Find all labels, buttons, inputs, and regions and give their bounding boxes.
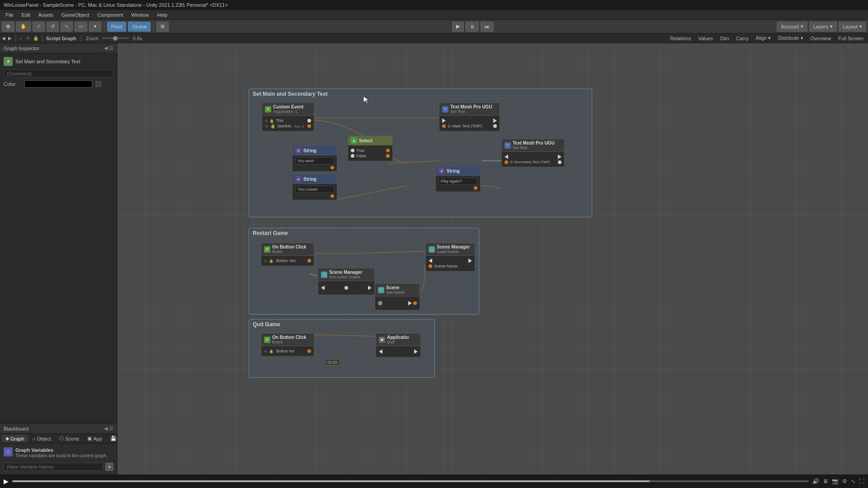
node-scene-active[interactable]: ⬡ Scene Manager Get Active Scene (318, 268, 375, 295)
port-false: False (351, 154, 390, 158)
global-button[interactable]: Global (128, 22, 151, 32)
layers-button[interactable]: Layers ▾ (809, 22, 837, 32)
nav-fwd[interactable]: ▶ (8, 36, 12, 41)
relations-btn[interactable]: Relations (667, 35, 693, 42)
monitor-icon[interactable]: 🖥 (823, 478, 828, 484)
node-textmesh-1[interactable]: T Text Mesh Pro UGU Set Text ⊙ Main Text… (439, 103, 500, 131)
menu-gameobject[interactable]: GameObject (58, 11, 93, 19)
tab-graph[interactable]: ◈ Graph (2, 435, 28, 442)
tool-move[interactable]: ⤢ (33, 22, 45, 32)
new-variable-input[interactable] (4, 463, 104, 471)
comment-field[interactable] (4, 70, 113, 78)
node-btn-click-no[interactable]: ⚡ On Button Click Event ⊙ 🔒 Button No (261, 333, 314, 357)
account-button[interactable]: Account ▾ (777, 22, 807, 32)
graph-canvas[interactable]: Set Main and Secondary Text ⚡ Custom Eve… (118, 43, 868, 474)
play-button[interactable]: ▶ (452, 22, 464, 32)
screenshot-icon[interactable]: 📷 (832, 478, 839, 484)
tool-multi[interactable]: ✦ (89, 22, 101, 32)
zoom-label: Zoom (86, 36, 99, 41)
align-btn[interactable]: Align ▾ (753, 34, 774, 42)
video-play-button[interactable]: ▶ (4, 478, 9, 485)
youwon-header: ● String (292, 146, 337, 155)
tool-rect[interactable]: ▭ (75, 22, 87, 32)
port-startme-out (307, 124, 311, 128)
tab-object-label: Object (37, 436, 51, 441)
refresh-icon[interactable]: ↺ (26, 36, 29, 41)
resize-icon[interactable]: ⤡ (851, 478, 855, 484)
node-app-quit[interactable]: ▣ Applicatio Quit (376, 333, 421, 357)
node-btn-click-yes[interactable]: ⚡ On Button Click Event ⊙ 🔒 Button Yes (261, 243, 314, 266)
graph-inspector-title: Graph Inspector (4, 46, 39, 51)
home-icon[interactable]: ⌂ (19, 36, 22, 41)
menu-assets[interactable]: Assets (35, 11, 57, 19)
sep1 (104, 22, 104, 31)
zoom-slider[interactable] (102, 38, 129, 39)
settings-icon[interactable]: ⚙ (842, 478, 847, 484)
node-custom-event[interactable]: ⚡ Custom Event Arguments: 1 ⊙ 🔒 This (262, 103, 314, 131)
inspector-collapse-btn[interactable]: ◀ (104, 45, 108, 51)
menu-file[interactable]: File (2, 11, 17, 19)
distribute-btn[interactable]: Distribute ▾ (775, 34, 806, 42)
node-scene-getname[interactable]: ⬡ Scene Get Name (375, 283, 420, 310)
scene-load-body: Scene Name (426, 256, 475, 271)
script-graph-bar: ◀ ▶ ⌂ ↺ 🔒 Script Graph Zoom 0.8x Relatio… (0, 33, 868, 43)
pause-button[interactable]: ⏸ (466, 22, 479, 32)
nav-back[interactable]: ◀ (2, 36, 5, 41)
blackboard-menu-btn[interactable]: ☰ (109, 426, 113, 432)
color-swatch[interactable] (24, 80, 92, 88)
custom-event-title: Custom Event (273, 104, 303, 109)
tab-app-label: App (93, 436, 102, 441)
step-button[interactable]: ⏭ (481, 22, 494, 32)
node-string-youwon[interactable]: ● String You won! (292, 145, 337, 172)
tool-hand[interactable]: ✋ (16, 22, 31, 32)
node-custom-event-header: ⚡ Custom Event Arguments: 1 (262, 103, 314, 116)
add-variable-button[interactable]: + (105, 463, 113, 471)
node-string-youloose[interactable]: ● String You Loose! (292, 174, 337, 200)
tool-rotate[interactable]: ↺ (47, 22, 59, 32)
tab-saved-icon: 💾 (110, 436, 117, 441)
node-select[interactable]: ◈ Select True False (348, 136, 393, 161)
textmesh2-body: ⊙ Secondary Text (TMP) (502, 152, 564, 167)
lock-icon[interactable]: 🔒 (33, 36, 38, 41)
overview-btn[interactable]: Overview (808, 35, 834, 42)
tool-qwert[interactable]: ✥ (2, 22, 14, 32)
expand-icon[interactable]: ⛶ (859, 478, 864, 484)
tab-scene[interactable]: ⬡ Scene (56, 435, 83, 442)
pivot-button[interactable]: Pivot (107, 22, 126, 32)
inspector-menu-btn[interactable]: ☰ (109, 45, 113, 51)
volume-icon[interactable]: 🔊 (812, 478, 819, 484)
btn-yes-header: ⚡ On Button Click Event (261, 243, 314, 256)
port-true-in (351, 149, 354, 152)
port-this: ⊙ 🔒 This (265, 118, 311, 123)
inspector-node-name: Set Main and Secondary Text (15, 59, 80, 64)
layout-label: Layout (843, 24, 858, 29)
menu-window[interactable]: Window (127, 11, 152, 19)
tab-object[interactable]: ○ Object (29, 435, 55, 442)
grid-btn[interactable]: ⊞ (156, 22, 169, 32)
carry-btn[interactable]: Carry (734, 35, 751, 42)
app-quit-title: Applicatio (387, 335, 409, 340)
fullscreen-btn[interactable]: Full Screen (835, 35, 866, 42)
progress-bar[interactable] (12, 480, 809, 482)
dim-btn[interactable]: Dim (717, 35, 732, 42)
scene-load-title: Scene Manager (437, 244, 470, 249)
color-picker-icon[interactable]: ⬛ (95, 81, 102, 87)
tool-scale[interactable]: ⤡ (61, 22, 73, 32)
menu-help[interactable]: Help (153, 11, 171, 19)
blackboard-title: Blackboard (4, 426, 28, 432)
node-textmesh-2[interactable]: T Text Mesh Pro UGU Set Text ⊙ Secondary… (501, 139, 565, 167)
menu-edit[interactable]: Edit (18, 11, 34, 19)
group3-title: Quit Game (249, 319, 434, 329)
graph-inspector-content: ⚡ Set Main and Secondary Text Color ⬛ (0, 53, 117, 423)
scene-getname-icon: ⬡ (378, 287, 384, 293)
node-string-playagain[interactable]: ● String Play again? (435, 166, 481, 192)
blackboard-collapse-btn[interactable]: ◀ (104, 426, 108, 432)
node-scene-load[interactable]: ⬡ Scene Manager Load Scene Scene Name (425, 243, 475, 272)
layout-button[interactable]: Layout ▾ (839, 22, 866, 32)
menu-component[interactable]: Component (94, 11, 127, 19)
values-btn[interactable]: Values (695, 35, 716, 42)
custom-event-subtitle: Arguments: 1 (273, 109, 303, 114)
gv-desc: These variables are local to the current… (15, 453, 108, 459)
tab-app[interactable]: ▣ App (84, 435, 106, 442)
btn-no-header: ⚡ On Button Click Event (261, 333, 314, 346)
